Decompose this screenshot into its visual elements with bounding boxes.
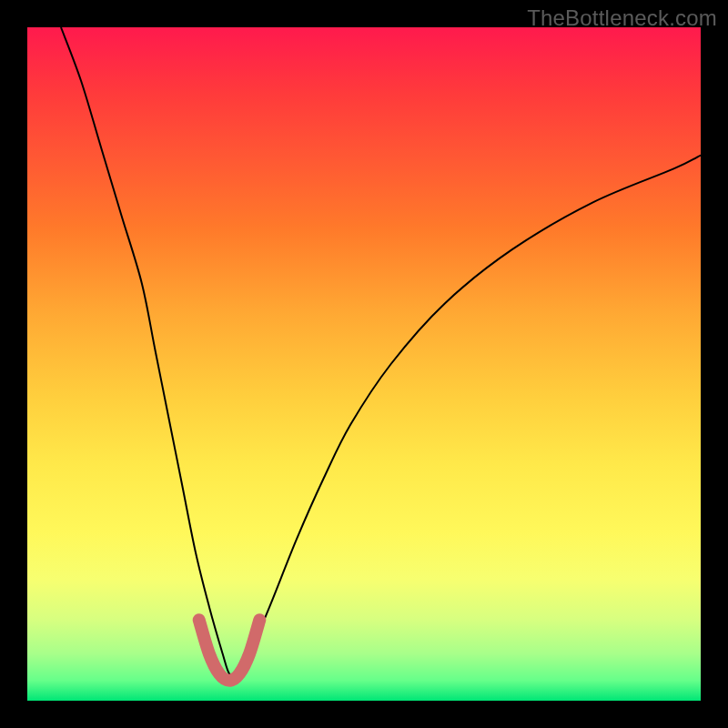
- main-curve: [61, 27, 701, 676]
- plot-svg: [27, 27, 701, 701]
- plot-frame: [27, 27, 701, 701]
- bottom-u-overlay: [199, 620, 260, 681]
- watermark-text: TheBottleneck.com: [527, 5, 717, 31]
